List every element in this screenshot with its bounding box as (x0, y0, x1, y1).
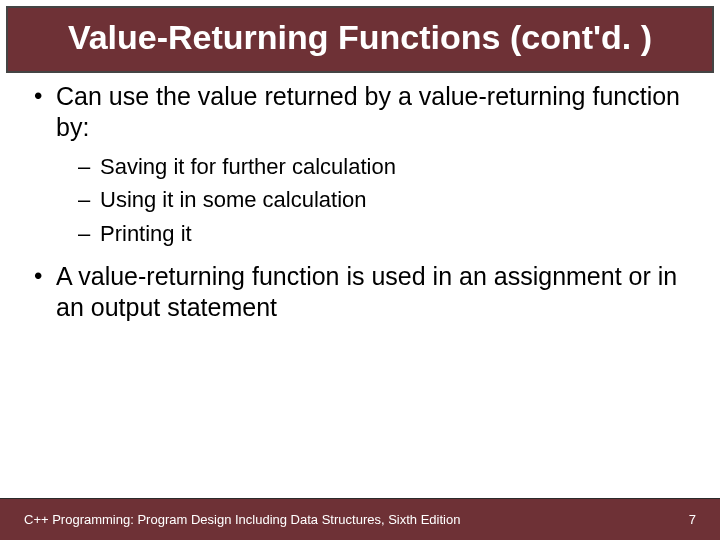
list-item: A value-returning function is used in an… (28, 261, 692, 324)
bullet-text: A value-returning function is used in an… (56, 262, 677, 321)
sub-bullet-text: Using it in some calculation (100, 187, 367, 212)
bullet-text: Can use the value returned by a value-re… (56, 82, 680, 141)
list-item: Using it in some calculation (78, 185, 692, 215)
title-bar: Value-Returning Functions (cont'd. ) (6, 6, 714, 73)
page-number: 7 (689, 512, 696, 527)
slide-title: Value-Returning Functions (cont'd. ) (16, 18, 704, 57)
list-item: Can use the value returned by a value-re… (28, 81, 692, 249)
sub-bullet-text: Printing it (100, 221, 192, 246)
sub-bullet-text: Saving it for further calculation (100, 154, 396, 179)
slide: Value-Returning Functions (cont'd. ) Can… (0, 0, 720, 540)
footer-text: C++ Programming: Program Design Includin… (24, 512, 460, 527)
list-item: Printing it (78, 219, 692, 249)
footer-bar: C++ Programming: Program Design Includin… (0, 498, 720, 540)
slide-body: Can use the value returned by a value-re… (0, 81, 720, 540)
bullet-list: Can use the value returned by a value-re… (28, 81, 692, 323)
list-item: Saving it for further calculation (78, 152, 692, 182)
sub-bullet-list: Saving it for further calculation Using … (78, 152, 692, 249)
